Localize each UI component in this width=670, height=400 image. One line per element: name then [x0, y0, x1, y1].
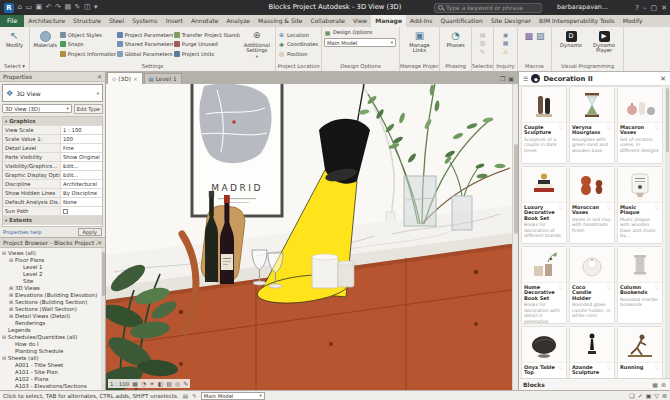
tab-massing-site[interactable]: Massing & Site [254, 15, 306, 27]
press-drag-icon[interactable]: ✓ [638, 392, 643, 399]
property-row[interactable]: Show Hidden LinesBy Discipline [3, 189, 102, 198]
instance-selector-dropdown[interactable]: 3D View (3D)▾ [2, 104, 72, 113]
edit-selection-icon[interactable]: ✎ [479, 48, 486, 55]
search-box[interactable] [434, 3, 542, 13]
tab-analyze[interactable]: Analyze [222, 15, 254, 27]
modify-button[interactable]: ↖ Modify [6, 28, 23, 62]
block-card[interactable]: Music Plaque♡Music plaque with wooden ba… [617, 166, 663, 244]
menu-icon[interactable]: ☰ [523, 75, 528, 82]
block-card[interactable]: Azande Sculpture♡ [569, 326, 615, 378]
search-input[interactable] [446, 4, 538, 11]
project-information-button[interactable]: Project Information [60, 50, 116, 58]
property-row[interactable]: Visibility/Graphics...Edit... [3, 162, 102, 171]
help-icon[interactable]: ? [635, 4, 639, 12]
favorite-heart-icon[interactable]: ♡ [655, 365, 660, 371]
favorite-heart-icon[interactable]: ♡ [655, 285, 660, 291]
favorite-heart-icon[interactable]: ♡ [655, 125, 660, 131]
favorite-heart-icon[interactable]: ♡ [559, 285, 564, 291]
property-row[interactable]: View Scale1 : 100 [3, 126, 102, 135]
tree-item[interactable]: ⊟Sheets (all) [0, 354, 105, 361]
properties-help-link[interactable]: Properties help [3, 229, 41, 235]
tree-item[interactable]: ⊟Views (all) [0, 249, 105, 256]
tab-structure[interactable]: Structure [69, 15, 105, 27]
tab-site-designer[interactable]: Site Designer [487, 15, 535, 27]
block-card[interactable]: Veryna Hourglass♡Hourglass with green sa… [569, 86, 615, 164]
filter-icon[interactable]: ▽ [654, 392, 659, 399]
maximize-icon[interactable]: ▢ [651, 4, 658, 12]
load-selection-icon[interactable]: ▥ [479, 39, 486, 46]
tab-collaborate[interactable]: Collaborate [306, 15, 349, 27]
block-card[interactable]: Onyx Table Top♡ [521, 326, 567, 378]
tree-item[interactable]: A001 - Title Sheet [0, 361, 105, 368]
user-account[interactable]: barbarapavan... [557, 0, 608, 15]
select-by-id-icon[interactable]: ▦ [502, 39, 509, 46]
tab-insert[interactable]: Insert [162, 15, 187, 27]
tab-architecture[interactable]: Architecture [24, 15, 69, 27]
scrollbar-thumb[interactable] [102, 252, 105, 296]
tab-manage[interactable]: Manage [371, 15, 406, 27]
minimize-icon[interactable]: – [643, 4, 647, 12]
home-icon[interactable]: ⌂ [18, 0, 22, 15]
editable-only-icon[interactable]: ✎ [192, 393, 197, 399]
macro-security-icon[interactable]: ▨ [536, 31, 545, 41]
type-selector[interactable]: ❖ 3D View ▾ [2, 84, 103, 102]
detail-level-icon[interactable]: ▦ [132, 380, 138, 387]
design-options-button[interactable]: ▦Design Options [324, 28, 397, 36]
3d-scene[interactable]: MADRID [106, 84, 518, 390]
sun-path-icon[interactable]: ☀ [149, 380, 154, 387]
tree-item[interactable]: ⊞Elevations (Building Elevation) [0, 291, 105, 298]
property-row-sun-path[interactable]: Sun Path [3, 207, 102, 216]
manage-links-button[interactable]: ▣ Manage Links [402, 28, 437, 62]
section-graphics[interactable]: ▾Graphics [3, 117, 102, 126]
favorite-heart-icon[interactable]: ♡ [607, 285, 612, 291]
block-card[interactable]: Macaron Vases♡Set of ceramic vases, in d… [617, 86, 663, 164]
shadows-icon[interactable]: ◧ [158, 380, 164, 387]
tree-item[interactable]: Planting Schedule [0, 347, 105, 354]
tree-item[interactable]: A103 - Elevations/Sections [0, 382, 105, 389]
dynamo-player-button[interactable]: ▶ Dynamo Player [588, 28, 620, 62]
snaps-button[interactable]: Snaps [60, 40, 116, 48]
tab-bim-interop[interactable]: BIM Interoperability Tools [535, 15, 619, 27]
tree-item[interactable]: ⊞Detail Views (Detail) [0, 312, 105, 319]
madrid-poster[interactable]: MADRID [192, 84, 282, 216]
drawing-canvas[interactable]: MADRID [106, 84, 518, 390]
tab-quantification[interactable]: Quantification [436, 15, 486, 27]
block-card[interactable]: Luxury Decorative Book Set♡Books for dec… [521, 166, 567, 244]
save-icon[interactable]: ▣ [36, 0, 43, 15]
settings-icon[interactable]: ⊛ [661, 381, 666, 388]
tree-item[interactable]: Site [0, 277, 105, 284]
tree-item[interactable]: ⊟Floor Plans [0, 256, 105, 263]
view-scale-button[interactable]: 1 : 100 [110, 381, 129, 387]
block-card[interactable]: Moroccan Vases♡Vases in red clay with ha… [569, 166, 615, 244]
object-styles-button[interactable]: Object Styles [60, 31, 116, 39]
ceramic-vase-small[interactable] [338, 261, 354, 287]
undo-icon[interactable]: ↶ [46, 0, 52, 15]
warnings-icon[interactable]: ⚠ [502, 48, 509, 55]
favorite-heart-icon[interactable]: ♡ [559, 365, 564, 371]
block-card[interactable]: Coco Candle Holder♡Rounded glass candle … [569, 246, 615, 324]
tile-views-icon[interactable]: ❐ [500, 75, 505, 82]
position-button[interactable]: ◎Position [278, 50, 319, 58]
design-option-set-dropdown[interactable]: Main Model▾ [324, 38, 396, 47]
macro-manager-icon[interactable]: ▩ [524, 31, 533, 41]
favorite-heart-icon[interactable]: ♡ [607, 205, 612, 211]
close-icon[interactable]: ✕ [97, 239, 102, 246]
tree-item[interactable]: Level 1 [0, 263, 105, 270]
block-card[interactable]: Couple Sculpture♡Sculpture of a couple i… [521, 86, 567, 164]
tree-item[interactable]: ⊞3D Views [0, 284, 105, 291]
qat-dropdown-icon[interactable]: ▾ [94, 0, 98, 15]
active-design-option-dropdown[interactable]: Main Model▾ [201, 392, 265, 400]
tab-systems[interactable]: Systems [128, 15, 162, 27]
browser-scrollbar[interactable] [101, 248, 105, 390]
select-links-icon[interactable]: ▣ [646, 392, 652, 399]
ids-of-selection-icon[interactable]: ◉ [502, 31, 509, 38]
blocks-scrollbar[interactable] [665, 86, 670, 378]
save-selection-icon[interactable]: ▤ [479, 31, 486, 38]
close-icon[interactable]: ✕ [97, 73, 102, 80]
temporary-hide-icon[interactable]: ✎ [183, 380, 188, 387]
shared-parameters-button[interactable]: Shared Parameters [117, 40, 173, 48]
crop-view-icon[interactable]: ▧ [166, 380, 172, 387]
scrollbar-thumb[interactable] [666, 88, 669, 152]
measure-icon[interactable]: ✎ [75, 0, 81, 15]
favorite-heart-icon[interactable]: ♡ [655, 205, 660, 211]
